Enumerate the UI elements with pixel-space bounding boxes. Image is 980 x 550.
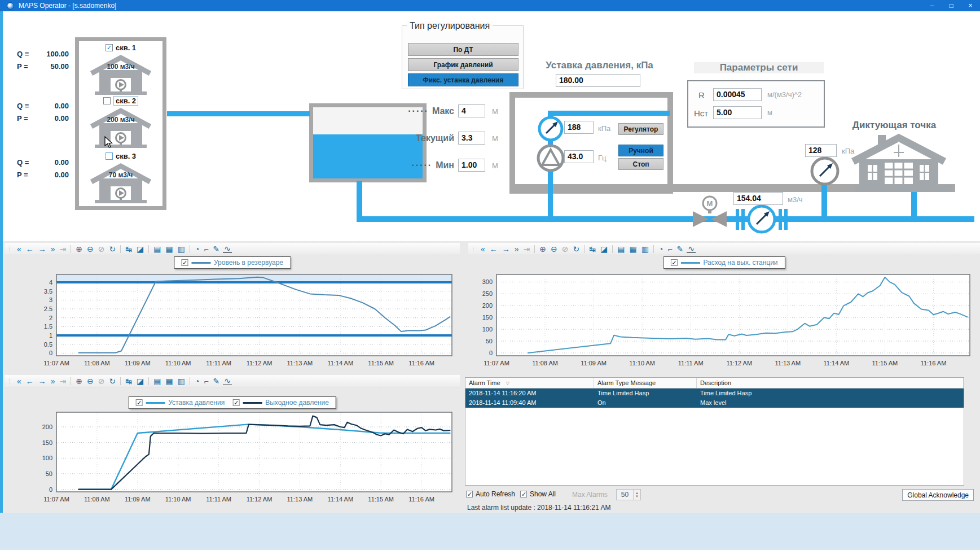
well3-checkbox[interactable]: ✓: [106, 152, 113, 160]
print-icon[interactable]: ▦: [628, 245, 638, 253]
setpoint-input[interactable]: 180.00: [556, 74, 640, 87]
print-icon[interactable]: ▦: [164, 377, 174, 385]
annotate-icon[interactable]: ✎: [212, 245, 221, 253]
fast-forward-icon[interactable]: »: [50, 377, 56, 385]
tank-current-input[interactable]: 3.3: [458, 132, 485, 145]
pump-regulator-button[interactable]: Регулятор: [618, 123, 663, 135]
axes-icon[interactable]: ⌐: [666, 245, 673, 253]
time-range-icon[interactable]: ◔: [657, 245, 664, 253]
trend-mode-icon[interactable]: ∿: [223, 245, 232, 253]
pump-pressure-input[interactable]: 188: [564, 121, 594, 134]
edit-trend-icon[interactable]: ◪: [135, 377, 145, 385]
network-r-label: R: [698, 90, 705, 100]
jump-start-icon[interactable]: «: [480, 245, 486, 253]
network-h-label: Нст: [694, 108, 708, 118]
pump-stop-button[interactable]: Стоп: [618, 158, 663, 170]
alarm-list: Alarm Time ▽ Alarm Type Message Descript…: [465, 377, 964, 486]
print-preview-icon[interactable]: ▤: [616, 245, 626, 253]
histogram-icon[interactable]: ▥: [177, 377, 186, 385]
minimize-button[interactable]: –: [922, 0, 942, 11]
step-back-icon[interactable]: ←: [25, 377, 35, 385]
histogram-icon[interactable]: ▥: [640, 245, 650, 253]
tank-min-input[interactable]: 1.00: [458, 159, 485, 172]
pan-horizontal-icon[interactable]: ↹: [588, 245, 597, 253]
tank-level-trend-chart[interactable]: 43.532.521.510.5011:07 AM11:08 AM11:09 A…: [5, 255, 460, 371]
pump-pressure-unit: кПа: [598, 124, 610, 133]
show-all-checkbox[interactable]: ✓: [520, 491, 527, 497]
step-back-icon[interactable]: ←: [25, 245, 35, 253]
step-forward-icon[interactable]: →: [37, 377, 47, 385]
tank-max-input[interactable]: 4: [458, 104, 485, 117]
flow-trend-chart[interactable]: 30025020015010050011:07 AM11:08 AM11:09 …: [468, 255, 980, 371]
fast-forward-icon[interactable]: »: [50, 245, 56, 253]
flow-value-input[interactable]: 154.04: [733, 192, 783, 205]
bottom-strip: [0, 513, 980, 550]
jump-start-icon[interactable]: «: [16, 245, 23, 253]
legend-checkbox[interactable]: ✓: [181, 259, 188, 266]
histogram-icon[interactable]: ▥: [177, 245, 186, 253]
well1-checkbox[interactable]: ✓: [106, 44, 113, 51]
axes-icon[interactable]: ⌐: [203, 245, 209, 253]
auto-refresh-checkbox[interactable]: ✓: [466, 491, 473, 497]
print-preview-icon[interactable]: ▤: [152, 377, 162, 385]
edit-trend-icon[interactable]: ◪: [135, 245, 145, 253]
zoom-out-icon[interactable]: ⊖: [550, 245, 559, 253]
network-h-input[interactable]: 5.00: [713, 106, 762, 119]
refresh-icon[interactable]: ↻: [572, 245, 581, 253]
print-icon[interactable]: ▦: [164, 245, 174, 253]
step-forward-icon[interactable]: →: [501, 245, 511, 253]
network-r-input[interactable]: 0.00045: [713, 88, 762, 101]
maximize-button[interactable]: □: [942, 0, 961, 11]
max-alarms-spinner[interactable]: 50 ▲▼: [616, 489, 641, 500]
annotate-icon[interactable]: ✎: [676, 245, 685, 253]
legend-checkbox[interactable]: ✓: [232, 399, 239, 406]
alarm-row[interactable]: 2018-11-14 11:09:40 AM On Max level: [465, 398, 964, 408]
tank-max-unit: М: [492, 107, 498, 116]
edit-trend-icon[interactable]: ◪: [599, 245, 609, 253]
alarm-description-column-header[interactable]: Description: [697, 378, 964, 388]
zoom-in-icon[interactable]: ⊕: [74, 377, 84, 385]
well2-qp-readout: Q =0.00 P =0.00: [17, 102, 69, 126]
zoom-out-icon[interactable]: ⊖: [86, 245, 95, 253]
pan-horizontal-icon[interactable]: ↹: [124, 377, 133, 385]
trend-mode-icon[interactable]: ∿: [223, 377, 232, 385]
global-acknowledge-button[interactable]: Global Acknowledge: [902, 489, 974, 501]
well-2: ✓ скв. 2 200 м3/ч: [79, 95, 162, 151]
alarm-row[interactable]: 2018-11-14 11:16:20 AM Time Limited Hasp…: [465, 389, 964, 398]
svg-text:4: 4: [49, 279, 52, 286]
trend-mode-icon[interactable]: ∿: [687, 245, 696, 253]
reg-mode-po-dt-button[interactable]: По ДТ: [408, 43, 518, 56]
zoom-in-icon[interactable]: ⊕: [74, 245, 84, 253]
fast-forward-icon[interactable]: »: [513, 245, 520, 253]
alarm-time-column-header[interactable]: Alarm Time ▽: [465, 378, 594, 388]
legend-checkbox[interactable]: ✓: [135, 399, 142, 406]
alarm-type-column-header[interactable]: Alarm Type Message: [594, 378, 697, 388]
step-back-icon[interactable]: ←: [489, 245, 499, 253]
time-range-icon[interactable]: ◔: [194, 245, 200, 253]
pump-manual-button[interactable]: Ручной: [618, 145, 663, 156]
jump-start-icon[interactable]: «: [16, 377, 23, 385]
step-forward-icon[interactable]: →: [37, 245, 47, 253]
dictating-pressure-input[interactable]: 128: [805, 144, 837, 157]
print-preview-icon[interactable]: ▤: [152, 245, 162, 253]
svg-text:11:16 AM: 11:16 AM: [408, 496, 434, 503]
spinner-arrows-icon[interactable]: ▲▼: [633, 490, 640, 500]
reg-mode-fixed-setpoint-button[interactable]: Фикс. устанка давления: [408, 73, 518, 86]
refresh-icon[interactable]: ↻: [108, 245, 117, 253]
legend-checkbox[interactable]: ✓: [670, 259, 677, 266]
close-button[interactable]: ×: [961, 0, 980, 11]
reg-mode-pressure-schedule-button[interactable]: График давлений: [408, 58, 518, 71]
annotate-icon[interactable]: ✎: [212, 377, 221, 385]
flow-meter-icon: [749, 206, 775, 232]
refresh-icon[interactable]: ↻: [108, 377, 117, 385]
time-range-icon[interactable]: ◔: [194, 377, 200, 385]
legend-line-sample: [146, 402, 165, 404]
zoom-out-icon[interactable]: ⊖: [86, 377, 95, 385]
pipe: [167, 111, 310, 116]
axes-icon[interactable]: ⌐: [203, 377, 209, 385]
well2-checkbox[interactable]: ✓: [103, 97, 111, 104]
zoom-in-icon[interactable]: ⊕: [538, 245, 547, 253]
pump-frequency-input[interactable]: 43.0: [564, 150, 594, 163]
svg-text:11:12 AM: 11:12 AM: [247, 360, 273, 366]
pan-horizontal-icon[interactable]: ↹: [124, 245, 133, 253]
